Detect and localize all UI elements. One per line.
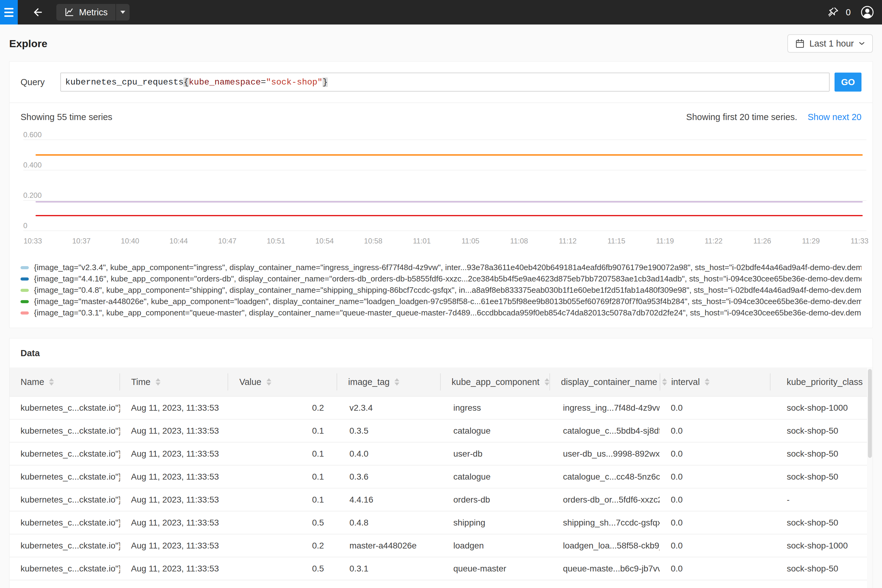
column-header-value[interactable]: Value xyxy=(228,374,336,390)
table-row[interactable]: kubernetes_c...ckstate.io"}Aug 11, 2023,… xyxy=(9,534,873,557)
table-cell-display_container_name: catalogue_c...5bdb4-sj8df xyxy=(552,426,660,436)
chart-legend: {image_tag="v2.3.4", kube_app_component=… xyxy=(21,262,861,318)
y-axis-tick: 0.400 xyxy=(23,161,42,170)
legend-label: {image_tag="0.4.8", kube_app_component="… xyxy=(34,285,861,295)
table-cell-display_container_name: user-db_us...9998-892wx xyxy=(552,449,660,459)
series-line xyxy=(36,154,863,156)
pin-count-badge: 0 xyxy=(846,8,851,18)
x-axis-tick: 10:58 xyxy=(349,237,398,245)
x-axis-tick: 10:44 xyxy=(154,237,203,245)
table-row[interactable]: kubernetes_c...ckstate.io"}Aug 11, 2023,… xyxy=(9,580,873,588)
table-row[interactable]: kubernetes_c...ckstate.io"}Aug 11, 2023,… xyxy=(9,489,873,512)
table-cell-kube_app_component: orders-db xyxy=(442,495,552,505)
table-cell-display_container_name: ingress_ing...7f48d-4z9vw xyxy=(552,403,660,413)
table-cell-kube_priority_class: sock-shop-50 xyxy=(771,472,873,482)
time-range-selector[interactable]: Last 1 hour xyxy=(788,34,873,52)
query-input[interactable]: kubernetes_cpu_requests{kube_namespace="… xyxy=(60,73,830,92)
column-label: kube_priority_class xyxy=(787,377,863,387)
column-label: interval xyxy=(671,377,700,387)
table-cell-interval: 0.0 xyxy=(660,541,771,550)
table-row[interactable]: kubernetes_c...ckstate.io"}Aug 11, 2023,… xyxy=(9,442,873,465)
column-header-display_container_name[interactable]: display_container_name xyxy=(549,374,660,390)
legend-item[interactable]: {image_tag="v2.3.4", kube_app_component=… xyxy=(21,262,861,273)
column-header-time[interactable]: Time xyxy=(119,374,228,390)
table-cell-value: 0.2 xyxy=(229,403,338,413)
legend-item[interactable]: {image_tag="0.3.1", kube_app_component="… xyxy=(21,307,861,318)
user-avatar-button[interactable] xyxy=(861,6,874,19)
table-cell-value: 0.5 xyxy=(229,564,338,574)
legend-item[interactable]: {image_tag="master-a448026e", kube_app_c… xyxy=(21,296,861,307)
metrics-view-caret-button[interactable] xyxy=(116,4,129,21)
query-chart-card: Query kubernetes_cpu_requests{kube_names… xyxy=(9,61,873,328)
legend-item[interactable]: {image_tag="0.4.8", kube_app_component="… xyxy=(21,285,861,296)
back-button[interactable] xyxy=(31,5,45,20)
sort-icon[interactable] xyxy=(544,378,549,386)
table-cell-kube_app_component: user-db xyxy=(442,449,552,459)
legend-label: {image_tag="master-a448026e", kube_app_c… xyxy=(34,297,861,306)
x-axis-tick: 11:19 xyxy=(640,237,689,245)
legend-swatch xyxy=(21,266,29,269)
vertical-scrollbar-thumb[interactable] xyxy=(868,369,872,458)
table-cell-time: Aug 11, 2023, 11:33:53 xyxy=(120,587,229,588)
sort-icon[interactable] xyxy=(705,378,710,386)
y-axis-tick: 0 xyxy=(23,221,27,230)
show-next-link[interactable]: Show next 20 xyxy=(808,112,861,122)
x-axis-tick: 11:22 xyxy=(689,237,738,245)
column-header-kube_priority_class[interactable]: kube_priority_class xyxy=(770,374,873,390)
table-cell-time: Aug 11, 2023, 11:33:53 xyxy=(120,518,229,528)
table-row[interactable]: kubernetes_c...ckstate.io"}Aug 11, 2023,… xyxy=(9,465,873,489)
sort-icon[interactable] xyxy=(49,378,54,386)
table-cell-value: 0.1 xyxy=(229,449,338,459)
table-cell-kube_app_component: shipping xyxy=(442,518,552,528)
table-row[interactable]: kubernetes_c...ckstate.io"}Aug 11, 2023,… xyxy=(9,397,873,420)
column-header-name[interactable]: Name xyxy=(9,374,119,390)
table-cell-image_tag: 0.3.6 xyxy=(338,472,442,482)
time-range-label: Last 1 hour xyxy=(809,39,854,49)
query-label: Query xyxy=(21,77,60,87)
column-header-interval[interactable]: interval xyxy=(660,374,770,390)
top-bar: Metrics 0 xyxy=(0,0,882,24)
x-axis-tick: 11:26 xyxy=(738,237,787,245)
column-header-kube_app_component[interactable]: kube_app_component xyxy=(440,374,549,390)
table-cell-kube_priority_class: sock-shop-50 xyxy=(771,426,873,436)
line-chart-icon xyxy=(64,8,74,17)
column-header-image_tag[interactable]: image_tag xyxy=(337,374,440,390)
table-cell-value: 0.1 xyxy=(229,472,338,482)
calendar-icon xyxy=(795,39,804,48)
table-row[interactable]: kubernetes_c...ckstate.io"}Aug 11, 2023,… xyxy=(9,420,873,442)
metrics-view-dropdown[interactable]: Metrics xyxy=(56,4,129,21)
table-cell-name: kubernetes_c...ckstate.io"} xyxy=(9,495,120,505)
table-cell-image_tag: 0.4.8 xyxy=(338,518,442,528)
series-count-label: Showing 55 time series xyxy=(21,112,112,122)
legend-item[interactable]: {image_tag="4.4.16", kube_app_component=… xyxy=(21,273,861,285)
legend-swatch xyxy=(21,300,29,303)
table-cell-name: kubernetes_c...ckstate.io"} xyxy=(9,587,120,588)
paging-note: Showing first 20 time series. xyxy=(686,112,798,122)
sort-icon[interactable] xyxy=(156,378,160,386)
chevron-down-icon xyxy=(120,11,125,14)
table-row[interactable]: kubernetes_c...ckstate.io"}Aug 11, 2023,… xyxy=(9,512,873,534)
table-cell-name: kubernetes_c...ckstate.io"} xyxy=(9,564,120,574)
table-cell-kube_app_component: loadgen xyxy=(442,541,552,550)
sort-icon[interactable] xyxy=(394,378,399,386)
hamburger-menu-button[interactable] xyxy=(0,0,18,24)
legend-swatch xyxy=(21,289,29,292)
table-row[interactable]: kubernetes_c...ckstate.io"}Aug 11, 2023,… xyxy=(9,557,873,580)
table-cell-value: 0.5 xyxy=(229,518,338,528)
metrics-view-button[interactable]: Metrics xyxy=(56,4,116,21)
x-axis-tick: 11:05 xyxy=(446,237,495,245)
legend-swatch xyxy=(21,312,29,315)
y-axis-tick: 0.200 xyxy=(23,191,42,200)
table-cell-image_tag: master-a448026e xyxy=(338,541,442,550)
pin-icon[interactable] xyxy=(828,6,839,18)
table-cell-time: Aug 11, 2023, 11:33:53 xyxy=(120,564,229,574)
x-axis-tick: 10:51 xyxy=(251,237,300,245)
sort-icon[interactable] xyxy=(266,378,272,386)
table-cell-display_container_name: shipping_sh...7ccdc-gsfqx xyxy=(552,518,660,528)
go-button[interactable]: GO xyxy=(834,73,861,92)
table-cell-display_container_name: orders-db_or...5fdf6-xxzc2 xyxy=(552,495,660,505)
table-cell-kube_priority_class: sock-shop-1000 xyxy=(771,403,873,413)
table-cell-interval: 0.0 xyxy=(660,426,771,436)
table-cell-interval: 0.0 xyxy=(660,449,771,459)
table-cell-time: Aug 11, 2023, 11:33:53 xyxy=(120,541,229,550)
